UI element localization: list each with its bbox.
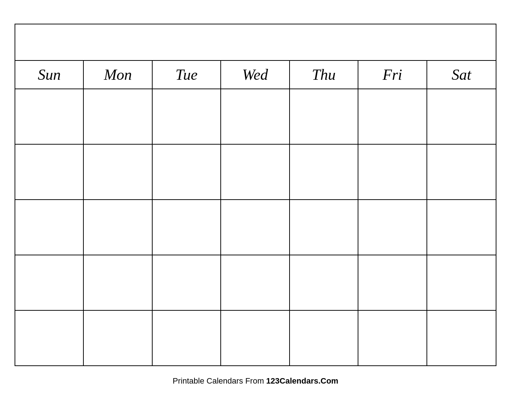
cell-r1-wed[interactable] — [221, 89, 290, 144]
cell-r3-thu[interactable] — [290, 200, 358, 255]
cell-r2-wed[interactable] — [221, 145, 290, 199]
cell-r5-wed[interactable] — [221, 311, 290, 365]
cell-r3-tue[interactable] — [153, 200, 221, 255]
calendar-header: Sun Mon Tue Wed Thu Fri Sat — [15, 61, 496, 89]
cell-r5-thu[interactable] — [290, 311, 358, 365]
calendar-row-2 — [15, 145, 496, 200]
cell-r5-fri[interactable] — [358, 311, 427, 365]
footer-normal-text: Printable Calendars From — [173, 376, 266, 385]
cell-r1-thu[interactable] — [290, 89, 358, 144]
cell-r2-sat[interactable] — [427, 145, 496, 199]
calendar-row-5 — [15, 311, 496, 365]
cell-r3-sun[interactable] — [15, 200, 84, 255]
cell-r2-mon[interactable] — [84, 145, 152, 199]
cell-r3-wed[interactable] — [221, 200, 290, 255]
cell-r4-wed[interactable] — [221, 255, 290, 310]
cell-r1-sun[interactable] — [15, 89, 84, 144]
calendar-row-1 — [15, 89, 496, 145]
cell-r5-sun[interactable] — [15, 311, 84, 365]
header-tue: Tue — [153, 61, 221, 89]
header-mon: Mon — [84, 61, 152, 89]
cell-r1-fri[interactable] — [358, 89, 427, 144]
cell-r5-mon[interactable] — [84, 311, 152, 365]
cell-r2-thu[interactable] — [290, 145, 358, 199]
footer-bold-text: 123Calendars.Com — [266, 376, 338, 385]
cell-r2-tue[interactable] — [153, 145, 221, 199]
calendar-body — [15, 89, 496, 365]
cell-r1-tue[interactable] — [153, 89, 221, 144]
calendar-title-row — [15, 24, 496, 61]
cell-r3-sat[interactable] — [427, 200, 496, 255]
cell-r1-sat[interactable] — [427, 89, 496, 144]
header-fri: Fri — [358, 61, 427, 89]
calendar-row-4 — [15, 255, 496, 311]
cell-r5-sat[interactable] — [427, 311, 496, 365]
cell-r3-fri[interactable] — [358, 200, 427, 255]
header-thu: Thu — [290, 61, 358, 89]
cell-r3-mon[interactable] — [84, 200, 152, 255]
cell-r4-mon[interactable] — [84, 255, 152, 310]
cell-r4-thu[interactable] — [290, 255, 358, 310]
cell-r2-sun[interactable] — [15, 145, 84, 199]
header-sun: Sun — [15, 61, 84, 89]
cell-r1-mon[interactable] — [84, 89, 152, 144]
header-sat: Sat — [427, 61, 496, 89]
cell-r5-tue[interactable] — [153, 311, 221, 365]
cell-r4-sun[interactable] — [15, 255, 84, 310]
cell-r4-tue[interactable] — [153, 255, 221, 310]
page-wrapper: Sun Mon Tue Wed Thu Fri Sat — [0, 0, 511, 420]
cell-r2-fri[interactable] — [358, 145, 427, 199]
footer: Printable Calendars From 123Calendars.Co… — [173, 376, 338, 386]
calendar-row-3 — [15, 200, 496, 255]
cell-r4-fri[interactable] — [358, 255, 427, 310]
calendar-container: Sun Mon Tue Wed Thu Fri Sat — [15, 24, 496, 366]
header-wed: Wed — [221, 61, 290, 89]
cell-r4-sat[interactable] — [427, 255, 496, 310]
